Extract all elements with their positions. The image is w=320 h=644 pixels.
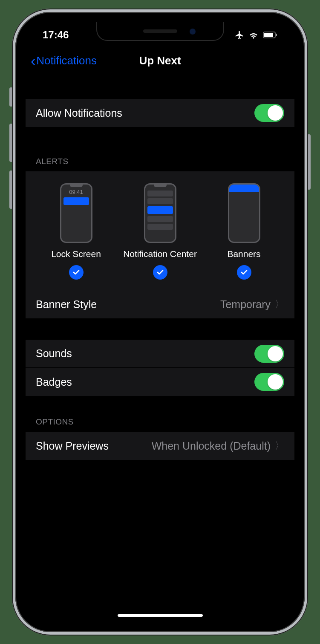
screen: 17:46 ‹ Notifications <box>26 22 294 622</box>
sounds-label: Sounds <box>36 347 72 360</box>
phone-frame: 17:46 ‹ Notifications <box>12 9 308 635</box>
chevron-left-icon: ‹ <box>31 52 35 69</box>
show-previews-label: Show Previews <box>36 440 109 452</box>
lock-screen-preview-time: 09:41 <box>61 189 91 195</box>
allow-notifications-label: Allow Notifications <box>36 107 122 119</box>
chevron-right-icon: 〉 <box>275 439 284 452</box>
svg-rect-2 <box>276 34 277 36</box>
alert-option-notification-center[interactable]: Notification Center <box>118 183 202 280</box>
checkmark-icon <box>153 265 167 280</box>
alert-option-label: Banners <box>227 249 260 259</box>
battery-icon <box>263 32 277 38</box>
allow-notifications-switch[interactable] <box>254 104 284 122</box>
alert-option-banners[interactable]: Banners <box>202 183 286 280</box>
banners-preview-icon <box>228 183 260 243</box>
banner-style-label: Banner Style <box>36 298 97 311</box>
options-section-header: OPTIONS <box>26 409 294 432</box>
navigation-bar: ‹ Notifications Up Next <box>26 48 294 73</box>
lock-screen-preview-icon: 09:41 <box>60 183 92 243</box>
checkmark-icon <box>237 265 251 280</box>
checkmark-icon <box>69 265 84 280</box>
back-button[interactable]: ‹ Notifications <box>26 52 97 69</box>
allow-notifications-cell[interactable]: Allow Notifications <box>26 99 294 127</box>
sounds-cell[interactable]: Sounds <box>26 340 294 368</box>
notification-center-preview-icon <box>144 183 176 243</box>
alerts-section-header: ALERTS <box>26 148 294 171</box>
svg-rect-1 <box>264 33 273 37</box>
banner-style-cell[interactable]: Banner Style Temporary 〉 <box>26 290 294 318</box>
back-label: Notifications <box>36 54 97 67</box>
alert-option-lock-screen[interactable]: 09:41 Lock Screen <box>34 183 118 280</box>
show-previews-cell[interactable]: Show Previews When Unlocked (Default) 〉 <box>26 432 294 460</box>
badges-switch[interactable] <box>254 373 284 391</box>
badges-label: Badges <box>36 376 72 388</box>
alert-option-label: Lock Screen <box>51 249 101 259</box>
alerts-options-row: 09:41 Lock Screen <box>26 171 294 290</box>
notch <box>96 22 224 41</box>
show-previews-value: When Unlocked (Default) <box>152 440 271 452</box>
status-time: 17:46 <box>43 29 69 41</box>
chevron-right-icon: 〉 <box>275 298 284 311</box>
banner-style-value: Temporary <box>220 298 271 311</box>
home-indicator[interactable] <box>118 614 203 617</box>
alert-option-label: Notification Center <box>123 249 197 259</box>
sounds-switch[interactable] <box>254 345 284 363</box>
badges-cell[interactable]: Badges <box>26 368 294 396</box>
airplane-icon <box>235 30 244 40</box>
wifi-icon <box>248 31 259 39</box>
